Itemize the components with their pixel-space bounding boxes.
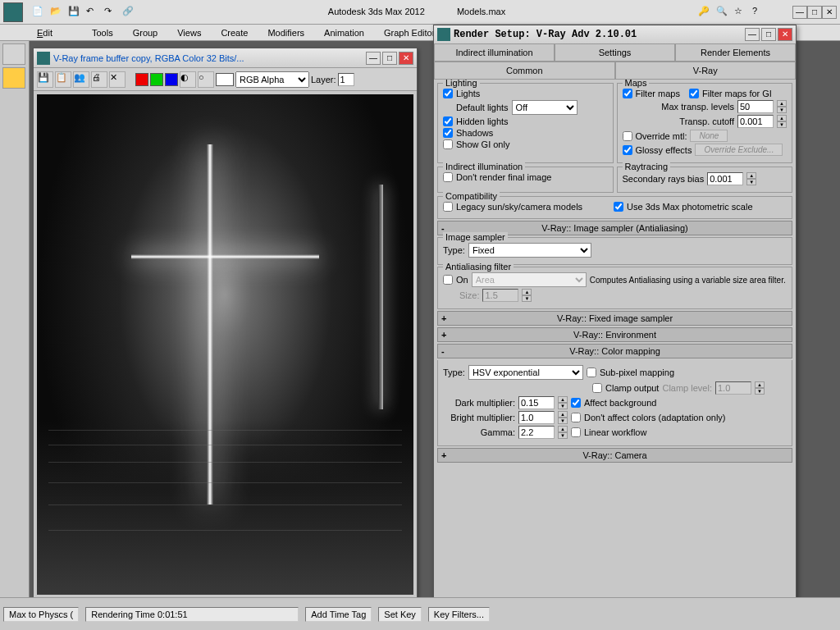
- image-sampler-group: Image sampler Type:Fixed: [437, 237, 792, 265]
- print-icon[interactable]: 🖨: [91, 71, 107, 88]
- default-lights-select[interactable]: Off: [512, 100, 578, 115]
- show-gi-checkbox[interactable]: [443, 139, 453, 149]
- override-mtl-checkbox[interactable]: [623, 131, 632, 141]
- menu-views[interactable]: Views: [177, 28, 201, 38]
- menu-tools[interactable]: Tools: [92, 28, 113, 38]
- max-transp-input[interactable]: [737, 100, 774, 113]
- subpixel-checkbox[interactable]: [587, 368, 596, 377]
- close-icon[interactable]: ✕: [822, 6, 837, 19]
- aa-on-checkbox[interactable]: [443, 275, 453, 285]
- vfb-title: V-Ray frame buffer copy, RGBA Color 32 B…: [53, 53, 366, 63]
- shadows-checkbox[interactable]: [443, 128, 453, 138]
- rollup-camera[interactable]: +V-Ray:: Camera: [437, 448, 792, 463]
- colormap-type-select[interactable]: HSV exponential: [468, 365, 583, 380]
- menu-animation[interactable]: Animation: [324, 28, 364, 38]
- rollup-color-mapping[interactable]: -V-Ray:: Color mapping: [437, 344, 792, 358]
- legacy-checkbox[interactable]: [443, 202, 453, 212]
- bias-input[interactable]: [707, 172, 743, 185]
- raytracing-group: Raytracing Secondary rays bias▲▼: [617, 167, 793, 193]
- photometric-checkbox[interactable]: [614, 202, 623, 212]
- menu-create[interactable]: Create: [221, 28, 248, 38]
- bright-mult-input[interactable]: [518, 411, 555, 424]
- filter-gi-checkbox[interactable]: [689, 89, 699, 98]
- tab-vray[interactable]: V-Ray: [615, 62, 797, 80]
- lighting-group: Lighting Lights Default lightsOff Hidden…: [437, 83, 614, 163]
- clear-icon[interactable]: ✕: [109, 71, 126, 88]
- sampler-type-select[interactable]: Fixed: [468, 243, 591, 258]
- menu-modifiers[interactable]: Modifiers: [267, 28, 304, 38]
- dont-affect-checkbox[interactable]: [571, 413, 581, 422]
- save-icon[interactable]: 💾: [68, 6, 81, 19]
- link-icon[interactable]: 🔗: [122, 6, 135, 19]
- white-swatch[interactable]: [216, 73, 234, 86]
- rs-maximize-icon[interactable]: □: [761, 28, 776, 41]
- add-time-tag-button[interactable]: Add Time Tag: [305, 607, 372, 622]
- linear-wf-checkbox[interactable]: [571, 427, 581, 437]
- copy-icon[interactable]: 📋: [55, 71, 71, 88]
- clone-icon[interactable]: 👥: [73, 71, 89, 88]
- redo-icon[interactable]: ↷: [104, 6, 117, 19]
- clamp-level-input: [715, 381, 751, 395]
- filter-maps-checkbox[interactable]: [623, 89, 632, 98]
- dark-mult-input[interactable]: [518, 396, 555, 409]
- rollup-fixed[interactable]: +V-Ray:: Fixed image sampler: [437, 311, 792, 326]
- dont-render-checkbox[interactable]: [443, 172, 453, 182]
- compat-group: Compatibility Legacy sun/sky/camera mode…: [437, 196, 792, 219]
- tab-settings[interactable]: Settings: [555, 43, 675, 62]
- spinner-icon[interactable]: ▲▼: [777, 115, 787, 128]
- select-tool-icon[interactable]: [2, 43, 25, 65]
- render-setup-window: Render Setup: V-Ray Adv 2.10.01 — □ ✕ In…: [433, 25, 797, 625]
- vfb-minimize-icon[interactable]: —: [366, 52, 381, 65]
- render-image[interactable]: [37, 94, 413, 595]
- vfb-close-icon[interactable]: ✕: [399, 52, 413, 65]
- menu-edit[interactable]: Edit: [37, 28, 72, 38]
- alpha-icon[interactable]: ○: [198, 71, 214, 88]
- affect-bg-checkbox[interactable]: [571, 398, 581, 408]
- binoculars-icon[interactable]: 🔍: [716, 6, 729, 19]
- tab-elements[interactable]: Render Elements: [675, 43, 796, 62]
- undo-icon[interactable]: ↶: [86, 6, 99, 19]
- lights-checkbox[interactable]: [443, 89, 453, 98]
- red-channel-icon[interactable]: [135, 73, 148, 86]
- menu-graph[interactable]: Graph Editors: [384, 28, 440, 38]
- spinner-icon[interactable]: ▲▼: [558, 396, 568, 409]
- new-icon[interactable]: 📄: [32, 6, 45, 19]
- key-filters-button[interactable]: Key Filters...: [428, 607, 490, 622]
- gamma-input[interactable]: [518, 426, 555, 439]
- rs-close-icon[interactable]: ✕: [778, 28, 792, 41]
- help-icon[interactable]: ?: [752, 6, 765, 19]
- vfb-titlebar[interactable]: V-Ray frame buffer copy, RGBA Color 32 B…: [34, 48, 417, 68]
- star-icon[interactable]: ☆: [734, 6, 747, 19]
- open-icon[interactable]: 📂: [50, 6, 63, 19]
- tab-common[interactable]: Common: [434, 62, 615, 80]
- spinner-icon[interactable]: ▲▼: [558, 426, 568, 439]
- maximize-icon[interactable]: □: [807, 6, 822, 19]
- clamp-checkbox[interactable]: [592, 383, 602, 393]
- spinner-icon[interactable]: ▲▼: [746, 172, 756, 185]
- tool-icon[interactable]: [2, 67, 25, 89]
- transp-cutoff-input[interactable]: [737, 115, 774, 128]
- save-image-icon[interactable]: 💾: [37, 71, 53, 88]
- app-icon[interactable]: [3, 2, 23, 22]
- set-key-button[interactable]: Set Key: [378, 607, 422, 622]
- spinner-icon[interactable]: ▲▼: [558, 411, 568, 424]
- layer-input[interactable]: [338, 73, 354, 86]
- minimize-icon[interactable]: —: [792, 6, 807, 19]
- rollup-environment[interactable]: +V-Ray:: Environment: [437, 327, 792, 342]
- tab-indirect[interactable]: Indirect illumination: [434, 43, 555, 62]
- keys-icon[interactable]: 🔑: [698, 6, 711, 19]
- green-channel-icon[interactable]: [150, 73, 163, 86]
- channel-select[interactable]: RGB Alpha: [235, 71, 309, 88]
- hidden-lights-checkbox[interactable]: [443, 116, 453, 126]
- rs-minimize-icon[interactable]: —: [745, 28, 760, 41]
- glossy-checkbox[interactable]: [623, 145, 632, 155]
- spinner-icon: ▲▼: [522, 289, 532, 302]
- blue-channel-icon[interactable]: [165, 73, 178, 86]
- mono-icon[interactable]: ◐: [180, 71, 196, 88]
- menu-group[interactable]: Group: [133, 28, 158, 38]
- app-title: Autodesk 3ds Max 2012 Models.max: [328, 6, 505, 18]
- render-setup-titlebar[interactable]: Render Setup: V-Ray Adv 2.10.01 — □ ✕: [434, 25, 796, 43]
- spinner-icon[interactable]: ▲▼: [777, 100, 787, 113]
- aa-filter-select: Area: [472, 272, 587, 287]
- vfb-maximize-icon[interactable]: □: [382, 52, 397, 65]
